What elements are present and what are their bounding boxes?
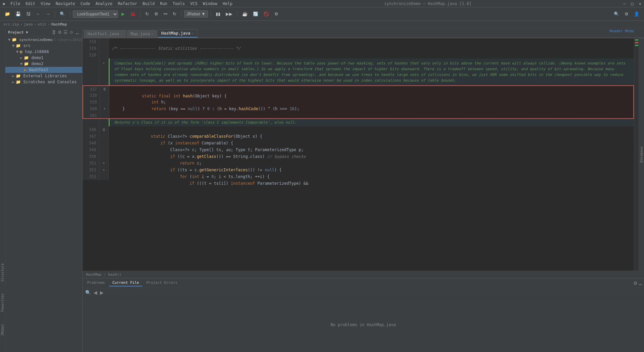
tree-item-root[interactable]: ▼ 📁 synchronizeDemo C:\Users\30315\Dow	[5, 37, 82, 43]
tab-hashmap[interactable]: HashMap.java ✕	[158, 29, 198, 38]
run-coverage-btn[interactable]: ⚯	[162, 11, 169, 17]
open-file-btn[interactable]: 📁	[3, 11, 12, 17]
tree-item-demo1[interactable]: ► 📁 demo1	[5, 55, 82, 61]
menu-refactor[interactable]: Refactor	[118, 1, 137, 6]
javadoc-block-2: Returns x's Class if it is of the form '…	[83, 119, 634, 126]
menu-navigate[interactable]: Navigate	[56, 1, 75, 6]
menu-tools[interactable]: Tools	[173, 1, 185, 6]
code-line-346: 346 @ static Class<?> comparableClassFor…	[83, 126, 634, 133]
problems-minimize-btn[interactable]: ⚊	[638, 280, 643, 286]
tree-item-ext-libs[interactable]: ► 📁 External Libraries	[5, 73, 82, 79]
editor-problems-container: HashTest.java ✕ Map.java ✕ HashMap.java …	[83, 28, 644, 352]
tab-map-close[interactable]: ✕	[151, 32, 153, 36]
breadcrumb-srczip[interactable]: src.zip	[3, 22, 19, 27]
coffee-btn[interactable]: ☕	[240, 11, 250, 17]
reader-mode-btn[interactable]: Reader Mode	[609, 28, 634, 36]
tree-label-demo2: demo2	[31, 61, 43, 66]
window-close[interactable]: ✕	[639, 1, 641, 6]
menu-vcs[interactable]: VCS	[190, 1, 198, 6]
menu-analyze[interactable]: Analyze	[96, 1, 113, 6]
menu-build[interactable]: Build	[143, 1, 155, 6]
breadcrumb-hashmap[interactable]: HashMap	[51, 22, 67, 27]
line-num-346: 346	[83, 126, 99, 133]
gutter-fold-352[interactable]: ▾	[103, 167, 105, 173]
debug-btn[interactable]: 🐞	[128, 11, 138, 17]
tree-item-demo2[interactable]: ▼ 📁 demo2	[5, 61, 82, 67]
gutter-fold-340[interactable]: ▾	[103, 105, 105, 112]
tab-hashtest[interactable]: HashTest.java ✕	[84, 30, 126, 38]
gear-btn[interactable]: ⚙	[623, 11, 631, 17]
code-339: return (key == null) ? 0 : (h = key.hash…	[109, 99, 299, 105]
window-minimize[interactable]: ―	[623, 1, 626, 6]
cancel-btn[interactable]: 🚫	[262, 11, 271, 17]
menu-edit[interactable]: Edit	[25, 1, 35, 6]
side-tab-structure[interactable]: Structure	[0, 261, 5, 284]
tab-map[interactable]: Map.java ✕	[127, 30, 157, 38]
code-349: if ((c = x.getClass()) == String.class) …	[109, 146, 306, 153]
update-btn[interactable]: ↻	[143, 11, 151, 17]
tab-project-errors[interactable]: Project Errors	[143, 279, 181, 287]
gutter-346: @	[99, 126, 109, 133]
side-tab-jrebel[interactable]: JRebel	[0, 321, 5, 339]
toolbar-sep1	[55, 11, 55, 17]
menu-code[interactable]: Code	[80, 1, 90, 6]
database-side-tab[interactable]: Database	[639, 38, 644, 271]
build-btn[interactable]: JRebel ▼	[184, 10, 208, 17]
window-maximize[interactable]: □	[631, 1, 634, 6]
menu-view[interactable]: View	[41, 1, 50, 6]
tree-item-toppackage[interactable]: ▼ ▤ top.it6666	[5, 49, 82, 55]
code-line-353: 353 if (((t = ts[i]) instanceof Paramete…	[83, 173, 634, 180]
tree-item-src[interactable]: ▼ 📁 src	[5, 43, 82, 49]
no-problems-message: No problems in HashMap.java	[330, 322, 396, 327]
sidebar-gear-btn[interactable]: ⛭	[69, 30, 74, 35]
tree-item-scratches[interactable]: ► 📁 Scratches and Consoles	[5, 79, 82, 85]
tab-current-file[interactable]: Current File	[109, 279, 142, 287]
breadcrumb-util[interactable]: util	[38, 22, 47, 27]
tree-label-top: top.it6666	[25, 49, 49, 54]
breadcrumb-java[interactable]: java	[24, 22, 33, 27]
run-config-dropdown[interactable]: LockSupportTest1	[73, 10, 118, 18]
folder-icon-scratches: 📁	[16, 80, 21, 84]
save-all-btn[interactable]: 🖫	[24, 11, 33, 17]
step-btn[interactable]: ▶▶	[224, 11, 234, 17]
problems-expand-btn[interactable]: ▶	[100, 290, 104, 295]
user-btn[interactable]: 👤	[632, 11, 641, 17]
sidebar-collapse-btn[interactable]: ⚊	[75, 30, 79, 35]
extra-btn[interactable]: ⚙	[272, 11, 280, 17]
settings-btn[interactable]: ⚙	[152, 11, 160, 17]
menu-file[interactable]: File	[10, 1, 20, 6]
folder-icon-src: 📁	[16, 43, 21, 48]
gutter-340: ▾	[100, 105, 109, 112]
problems-settings-btn[interactable]: ⚙	[633, 280, 638, 286]
sidebar-settings-btn[interactable]: ⚙	[58, 30, 62, 35]
gutter-fold-351[interactable]: ▾	[103, 160, 105, 167]
problems-filter-btn[interactable]: ◀	[94, 290, 97, 295]
forward-btn[interactable]: →	[44, 11, 52, 17]
menu-help[interactable]: Help	[223, 1, 232, 6]
problems-tab-label: Problems	[87, 280, 105, 285]
search-btn[interactable]: 🔍	[612, 11, 621, 17]
vcs-btn[interactable]: 🔃	[251, 11, 260, 17]
tab-hashtest-label: HashTest.java	[88, 32, 119, 36]
back-btn[interactable]: ←	[34, 11, 42, 17]
code-area: 318 319 /* --------------- Static utilit…	[83, 38, 634, 271]
line-num-320: 320	[83, 52, 99, 58]
javadoc1-fold-icon[interactable]: ▾	[103, 60, 105, 67]
tree-item-hashtest[interactable]: ▶ HashTest	[5, 67, 82, 73]
sidebar-layout-btn[interactable]: ☰	[63, 30, 68, 35]
save-btn[interactable]: 💾	[13, 11, 23, 17]
tab-problems[interactable]: Problems	[84, 279, 108, 287]
stop-btn[interactable]: ▮▮	[214, 11, 222, 17]
sidebar-locate-btn[interactable]: 🎛	[52, 30, 56, 35]
breadcrumb: src.zip › java › util › HashMap	[0, 21, 644, 28]
search-everywhere-btn[interactable]: 🔍	[58, 11, 67, 17]
menu-window[interactable]: Window	[203, 1, 217, 6]
tab-hashtest-close[interactable]: ✕	[120, 32, 122, 36]
tab-hashmap-close[interactable]: ✕	[192, 32, 194, 35]
menu-run[interactable]: Run	[160, 1, 167, 6]
run-btn[interactable]: ▶	[119, 11, 127, 17]
rerun-btn[interactable]: ↻	[171, 11, 178, 17]
gutter-318	[99, 38, 109, 45]
problems-search-btn[interactable]: 🔍	[85, 290, 91, 295]
side-tab-favorites[interactable]: Favorites	[0, 291, 5, 314]
